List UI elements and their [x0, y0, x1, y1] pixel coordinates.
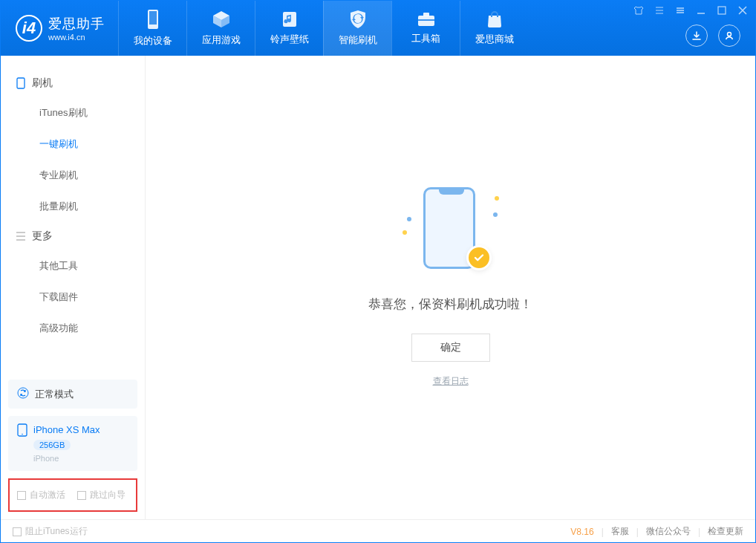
svg-rect-7	[423, 13, 429, 16]
svg-point-12	[18, 388, 28, 398]
header-action-icons	[685, 25, 740, 47]
checkbox-icon	[17, 491, 26, 500]
section-more-header[interactable]: 更多	[1, 222, 145, 250]
check-badge-icon	[466, 245, 492, 270]
device-capacity: 256GB	[33, 440, 71, 450]
shirt-icon[interactable]	[633, 5, 644, 19]
footer-link-wechat[interactable]: 微信公众号	[646, 525, 691, 538]
toolbox-icon	[417, 11, 436, 27]
device-card[interactable]: iPhone XS Max 256GB iPhone	[8, 416, 137, 471]
shield-sync-icon	[349, 10, 367, 29]
sidebar-item-batch-flash[interactable]: 批量刷机	[1, 191, 145, 222]
checkbox-block-itunes[interactable]: 阻止iTunes运行	[13, 525, 88, 538]
version-label: V8.16	[570, 527, 593, 537]
checkbox-auto-activate[interactable]: 自动激活	[17, 489, 65, 501]
sidebar: 刷机 iTunes刷机 一键刷机 专业刷机 批量刷机 更多 其他工具 下载固件 …	[1, 56, 146, 519]
sidebar-item-onekey-flash[interactable]: 一键刷机	[1, 129, 145, 160]
logo[interactable]: i4 爱思助手 www.i4.cn	[1, 15, 118, 42]
content-area: 恭喜您，保资料刷机成功啦！ 确定 查看日志	[146, 56, 755, 519]
nav-apps-games[interactable]: 应用游戏	[186, 1, 255, 56]
status-bar: 阻止iTunes运行 V8.16 | 客服 | 微信公众号 | 检查更新	[1, 519, 755, 543]
footer-link-service[interactable]: 客服	[611, 525, 629, 538]
checkbox-label: 阻止iTunes运行	[25, 525, 88, 538]
highlighted-options: 自动激活 跳过向导	[8, 478, 137, 512]
device-small-icon	[16, 78, 26, 88]
footer-link-update[interactable]: 检查更新	[708, 525, 743, 538]
mode-label: 正常模式	[35, 388, 74, 401]
nav-label: 爱思商城	[475, 33, 514, 46]
svg-rect-11	[17, 78, 25, 88]
logo-icon: i4	[16, 15, 42, 42]
nav-label: 应用游戏	[202, 33, 241, 47]
sidebar-item-download-firmware[interactable]: 下载固件	[1, 282, 145, 313]
svg-rect-9	[718, 7, 726, 14]
top-nav: 我的设备 应用游戏 铃声壁纸 智能刷机 工具箱 爱思商城	[118, 1, 528, 56]
window-controls	[633, 5, 748, 19]
nav-smart-flash[interactable]: 智能刷机	[323, 1, 391, 56]
nav-ring-wallpaper[interactable]: 铃声壁纸	[255, 1, 323, 56]
checkbox-icon	[13, 527, 22, 536]
music-note-icon	[281, 10, 299, 28]
cube-icon	[212, 10, 231, 29]
confirm-button[interactable]: 确定	[411, 334, 490, 362]
section-flash-header[interactable]: 刷机	[1, 69, 145, 97]
device-type: iPhone	[33, 454, 59, 463]
user-button[interactable]	[718, 25, 740, 47]
nav-store[interactable]: 爱思商城	[460, 1, 528, 56]
success-illustration	[403, 187, 499, 276]
nav-my-device[interactable]: 我的设备	[118, 1, 186, 56]
checkbox-label: 自动激活	[30, 489, 65, 501]
phone-icon	[146, 9, 160, 30]
svg-point-10	[728, 33, 731, 36]
mode-card[interactable]: 正常模式	[8, 380, 137, 409]
nav-label: 工具箱	[411, 32, 440, 45]
sync-icon	[17, 387, 29, 401]
section-title: 更多	[32, 230, 53, 243]
app-name: 爱思助手	[48, 15, 105, 33]
logo-text: 爱思助手 www.i4.cn	[48, 15, 105, 42]
view-log-link[interactable]: 查看日志	[433, 375, 469, 388]
checkbox-icon	[77, 491, 86, 500]
close-button[interactable]	[737, 5, 748, 19]
phone-small-icon	[17, 423, 27, 439]
sidebar-item-advanced[interactable]: 高级功能	[1, 313, 145, 344]
checkbox-label: 跳过向导	[90, 489, 126, 501]
maximize-button[interactable]	[717, 5, 727, 19]
section-title: 刷机	[32, 77, 53, 90]
success-message: 恭喜您，保资料刷机成功啦！	[368, 296, 532, 313]
sidebar-item-pro-flash[interactable]: 专业刷机	[1, 160, 145, 191]
header-bar: i4 爱思助手 www.i4.cn 我的设备 应用游戏 铃声壁纸 智能刷机 工具…	[1, 1, 755, 56]
sidebar-item-other-tools[interactable]: 其他工具	[1, 250, 145, 282]
bag-icon	[486, 10, 503, 28]
svg-rect-8	[418, 19, 434, 21]
nav-label: 智能刷机	[339, 33, 377, 47]
menu-icon[interactable]	[675, 5, 685, 19]
nav-toolbox[interactable]: 工具箱	[391, 1, 460, 56]
checkbox-skip-guide[interactable]: 跳过向导	[77, 489, 126, 501]
nav-label: 我的设备	[134, 34, 172, 48]
app-url: www.i4.cn	[48, 33, 105, 42]
svg-point-14	[22, 434, 23, 435]
sidebar-item-itunes-flash[interactable]: iTunes刷机	[1, 97, 145, 129]
list-icon[interactable]	[654, 5, 665, 19]
svg-rect-1	[149, 11, 157, 25]
nav-label: 铃声壁纸	[270, 33, 309, 46]
main-body: 刷机 iTunes刷机 一键刷机 专业刷机 批量刷机 更多 其他工具 下载固件 …	[1, 56, 755, 519]
download-button[interactable]	[685, 25, 708, 47]
minimize-button[interactable]	[696, 5, 706, 19]
device-name: iPhone XS Max	[33, 424, 100, 435]
hamburger-icon	[16, 231, 26, 241]
